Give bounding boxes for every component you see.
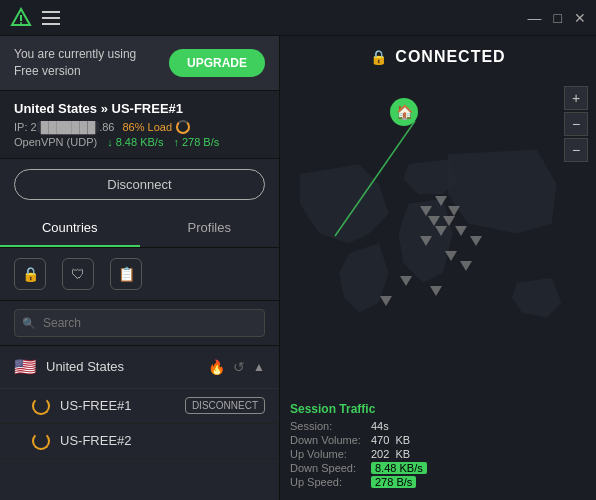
titlebar-right: — □ ✕ bbox=[528, 11, 586, 25]
list-item[interactable]: US-FREE#2 bbox=[0, 424, 279, 459]
server-item-name: US-FREE#2 bbox=[60, 433, 265, 448]
close-button[interactable]: ✕ bbox=[574, 11, 586, 25]
titlebar-left bbox=[10, 7, 60, 29]
upgrade-button[interactable]: UPGRADE bbox=[169, 49, 265, 77]
tabs: Countries Profiles bbox=[0, 210, 279, 248]
ip-mask: ███████ bbox=[37, 121, 100, 133]
list-item[interactable]: 🇺🇸 United States 🔥 ↺ ▲ bbox=[0, 346, 279, 389]
country-name: United States bbox=[46, 359, 208, 374]
map-marker bbox=[435, 226, 447, 236]
map-marker bbox=[400, 276, 412, 286]
server-item-actions: DISCONNECT bbox=[185, 397, 265, 414]
search-input[interactable] bbox=[14, 309, 265, 337]
search-container bbox=[0, 301, 279, 346]
session-value-highlight: 278 B/s bbox=[371, 476, 416, 488]
connected-text: CONNECTED bbox=[395, 48, 505, 66]
hamburger-menu[interactable] bbox=[42, 11, 60, 25]
map-marker bbox=[448, 206, 460, 216]
left-panel: You are currently using Free version UPG… bbox=[0, 36, 280, 500]
server-info: United States » US-FREE#1 IP: 2███████.8… bbox=[0, 91, 279, 159]
map-marker bbox=[455, 226, 467, 236]
map-marker bbox=[470, 236, 482, 246]
tab-profiles[interactable]: Profiles bbox=[140, 210, 280, 247]
map-marker bbox=[460, 261, 472, 271]
flame-icon[interactable]: 🔥 bbox=[208, 359, 225, 375]
map-marker bbox=[428, 216, 440, 226]
session-label: Down Speed: bbox=[290, 462, 365, 474]
clipboard-filter-icon[interactable]: 📋 bbox=[110, 258, 142, 290]
connected-status: 🔒 CONNECTED bbox=[370, 48, 505, 66]
server-disconnect-button[interactable]: DISCONNECT bbox=[185, 397, 265, 414]
home-marker: 🏠 bbox=[390, 98, 418, 126]
session-traffic-title: Session Traffic bbox=[290, 402, 427, 416]
map-marker bbox=[443, 216, 455, 226]
map-marker bbox=[380, 296, 392, 306]
shield-filter-icon[interactable]: 🛡 bbox=[62, 258, 94, 290]
lock-filter-icon[interactable]: 🔒 bbox=[14, 258, 46, 290]
tab-countries[interactable]: Countries bbox=[0, 210, 140, 247]
server-status-icon bbox=[32, 432, 50, 450]
map-marker bbox=[435, 196, 447, 206]
session-value: 470 KB bbox=[371, 434, 410, 446]
map-marker bbox=[430, 286, 442, 296]
session-row: Up Speed: 278 B/s bbox=[290, 476, 427, 488]
map-zoom-controls: + − − bbox=[564, 86, 588, 162]
server-name: United States » US-FREE#1 bbox=[14, 101, 265, 116]
session-row: Down Volume: 470 KB bbox=[290, 434, 427, 446]
session-row: Up Volume: 202 KB bbox=[290, 448, 427, 460]
maximize-button[interactable]: □ bbox=[554, 11, 562, 25]
svg-point-2 bbox=[20, 22, 22, 24]
server-item-name: US-FREE#1 bbox=[60, 398, 185, 413]
filter-icons: 🔒 🛡 📋 bbox=[0, 248, 279, 301]
session-traffic: Session Traffic Session: 44s Down Volume… bbox=[290, 402, 427, 490]
list-item[interactable]: US-FREE#1 DISCONNECT bbox=[0, 389, 279, 424]
map-marker bbox=[445, 251, 457, 261]
right-panel: 🏠 🔒 CONNECTED + − − Session Traffic bbox=[280, 36, 596, 500]
session-label: Up Speed: bbox=[290, 476, 365, 488]
server-protocol: OpenVPN (UDP) ↓ 8.48 KB/s ↑ 278 B/s bbox=[14, 136, 265, 148]
flag-icon: 🇺🇸 bbox=[14, 356, 36, 378]
session-label: Down Volume: bbox=[290, 434, 365, 446]
server-status-icon bbox=[32, 397, 50, 415]
server-list: 🇺🇸 United States 🔥 ↺ ▲ US-FREE#1 DISCONN… bbox=[0, 346, 279, 500]
session-label: Session: bbox=[290, 420, 365, 432]
minimize-button[interactable]: — bbox=[528, 11, 542, 25]
server-details: IP: 2███████.86 86% Load bbox=[14, 120, 265, 134]
zoom-out-button-1[interactable]: − bbox=[564, 112, 588, 136]
titlebar: — □ ✕ bbox=[0, 0, 596, 36]
session-label: Up Volume: bbox=[290, 448, 365, 460]
search-wrapper bbox=[14, 309, 265, 337]
server-item-actions: 🔥 ↺ ▲ bbox=[208, 359, 265, 375]
session-row: Down Speed: 8.48 KB/s bbox=[290, 462, 427, 474]
chevron-up-icon[interactable]: ▲ bbox=[253, 360, 265, 374]
main-layout: You are currently using Free version UPG… bbox=[0, 36, 596, 500]
session-row: Session: 44s bbox=[290, 420, 427, 432]
lock-icon: 🔒 bbox=[370, 49, 387, 65]
free-version-text: You are currently using Free version bbox=[14, 46, 136, 80]
session-value-highlight: 8.48 KB/s bbox=[371, 462, 427, 474]
load-badge: 86% Load bbox=[122, 120, 190, 134]
info-bar: You are currently using Free version UPG… bbox=[0, 36, 279, 91]
load-circle-icon bbox=[176, 120, 190, 134]
refresh-icon[interactable]: ↺ bbox=[233, 359, 245, 375]
logo-icon bbox=[10, 7, 32, 29]
session-value: 44s bbox=[371, 420, 389, 432]
zoom-in-button[interactable]: + bbox=[564, 86, 588, 110]
disconnect-button[interactable]: Disconnect bbox=[14, 169, 265, 200]
session-value: 202 KB bbox=[371, 448, 410, 460]
map-marker bbox=[420, 206, 432, 216]
map-marker bbox=[420, 236, 432, 246]
zoom-out-button-2[interactable]: − bbox=[564, 138, 588, 162]
